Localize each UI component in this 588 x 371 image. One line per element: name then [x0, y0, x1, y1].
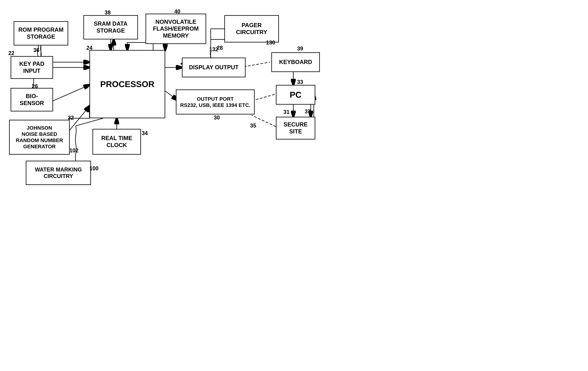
- svg-line-24: [252, 94, 276, 101]
- label-38: 38: [105, 9, 111, 16]
- label-100: 100: [89, 165, 99, 172]
- keyboard-box: KEYBOARD: [271, 52, 320, 72]
- label-32: 32: [68, 115, 74, 121]
- label-36: 36: [33, 47, 39, 53]
- label-39: 39: [297, 45, 303, 52]
- label-35: 35: [250, 123, 256, 129]
- pc-box: PC: [276, 85, 315, 105]
- label-33: 33: [297, 79, 303, 85]
- svg-line-13: [53, 85, 89, 101]
- processor-box: PROCESSOR: [89, 50, 165, 118]
- label-34: 34: [142, 130, 148, 137]
- label-24: 24: [86, 45, 93, 51]
- nonvolatile-box: NONVOLATILEFLASH/EEPROMMEMORY: [146, 14, 206, 44]
- label-132: 132: [209, 46, 218, 53]
- label-31: 31: [284, 109, 290, 115]
- outputport-box: OUTPUT PORTRS232, USB, IEEE 1394 ETC.: [176, 89, 255, 115]
- label-26: 26: [32, 83, 38, 89]
- label-30: 30: [214, 115, 220, 121]
- rom-box: ROM PROGRAM STORAGE: [14, 21, 68, 45]
- pager-box: PAGERCIRCUITRY: [224, 15, 279, 42]
- keypad-box: KEY PADINPUT: [10, 56, 53, 79]
- diagram: ROM PROGRAM STORAGE SRAM DATA STORAGE NO…: [0, 0, 588, 371]
- rtc-box: REAL TIMECLOCK: [93, 129, 141, 155]
- label-130: 130: [266, 39, 275, 46]
- svg-line-21: [165, 91, 177, 100]
- watermark-box: WATER MARKINGCIRCUITRY: [26, 161, 91, 185]
- label-22: 22: [8, 50, 14, 56]
- sram-box: SRAM DATA STORAGE: [83, 15, 138, 39]
- label-102: 102: [69, 147, 79, 154]
- display-box: DISPLAY OUTPUT: [182, 58, 246, 77]
- label-40: 40: [174, 8, 180, 15]
- securesite-box: SECURESITE: [276, 117, 315, 139]
- johnson-box: JOHNSONNOISE BASEDRANDOM NUMBERGENERATOR: [9, 120, 70, 155]
- label-37: 37: [305, 108, 311, 115]
- biosensor-box: BIO-SENSOR: [10, 88, 53, 111]
- svg-line-18: [76, 118, 103, 126]
